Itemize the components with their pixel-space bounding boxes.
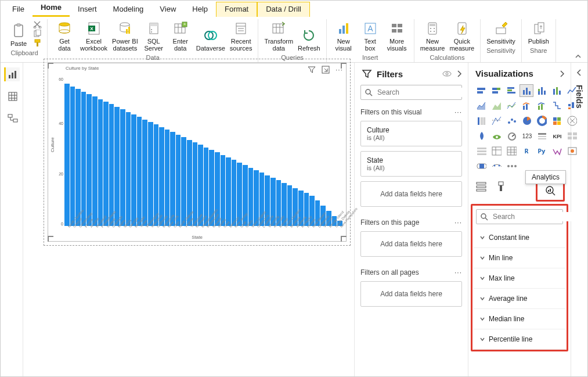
visual-type-button[interactable] — [535, 99, 549, 112]
visual-type-button[interactable] — [504, 145, 518, 157]
enter-data-button[interactable]: +Enter data — [167, 19, 194, 53]
sensitivity-button[interactable]: Sensitivity — [484, 19, 518, 46]
visual-type-button[interactable]: Py — [535, 145, 549, 157]
visual-type-button[interactable] — [565, 114, 579, 127]
menu-format[interactable]: Format — [216, 2, 257, 17]
report-view-button[interactable] — [4, 67, 20, 81]
visual-type-button[interactable] — [535, 114, 549, 127]
collapse-filters-icon[interactable] — [456, 70, 462, 78]
visual-type-button[interactable] — [504, 84, 518, 97]
data-view-button[interactable] — [4, 89, 20, 103]
filters-all-more-icon[interactable]: ··· — [454, 268, 462, 277]
visual-type-button[interactable] — [474, 145, 488, 157]
model-view-button[interactable] — [4, 112, 20, 125]
cut-icon[interactable] — [33, 20, 42, 28]
analytics-search-input[interactable] — [492, 212, 581, 221]
menu-insert[interactable]: Insert — [70, 2, 105, 17]
sql-server-button[interactable]: SQL Server — [140, 19, 167, 53]
ribbon-collapse-button[interactable] — [570, 51, 586, 62]
filter-card-state[interactable]: Stateis (All) — [360, 151, 462, 177]
menu-home[interactable]: Home — [33, 1, 70, 17]
format-painter-icon[interactable] — [33, 39, 42, 47]
pbi-datasets-button[interactable]: Power BI datasets — [110, 19, 140, 53]
visual-type-button[interactable]: KPI — [550, 130, 564, 142]
visual-type-button[interactable] — [535, 130, 549, 142]
expand-fields-icon[interactable] — [576, 69, 582, 77]
visual-type-button[interactable] — [474, 160, 488, 173]
show-hide-icon[interactable] — [442, 70, 452, 78]
analytics-tab-button[interactable] — [543, 184, 557, 198]
filters-visual-more-icon[interactable]: ··· — [454, 108, 462, 116]
fields-tab-button[interactable] — [474, 179, 488, 193]
visual-type-button[interactable] — [550, 99, 564, 112]
visual-type-button[interactable] — [489, 160, 503, 173]
analytics-item[interactable]: Average line — [474, 289, 565, 309]
menu-view[interactable]: View — [151, 2, 184, 17]
format-tab-button[interactable] — [494, 179, 508, 193]
menu-data-drill[interactable]: Data / Drill — [257, 2, 310, 17]
paste-button[interactable]: Paste — [5, 21, 32, 48]
visual-type-button[interactable] — [504, 99, 518, 112]
focus-mode-icon[interactable] — [322, 66, 330, 74]
visual-type-button[interactable] — [550, 145, 564, 157]
excel-button[interactable]: XExcel workbook — [78, 19, 110, 53]
visual-type-button[interactable] — [520, 84, 533, 97]
report-canvas[interactable]: Culture by State ··· 0204060 North Carol… — [23, 63, 354, 376]
filters-page-more-icon[interactable]: ··· — [454, 218, 462, 227]
new-visual-button[interactable]: New visual — [330, 19, 357, 53]
menu-file[interactable]: File — [4, 2, 33, 17]
dataverse-button[interactable]: Dataverse — [194, 26, 228, 53]
visual-type-button[interactable] — [504, 114, 518, 127]
visual-type-button[interactable] — [489, 99, 503, 112]
text-box-button[interactable]: AText box — [357, 19, 384, 53]
visual-type-button[interactable] — [535, 84, 549, 97]
analytics-search[interactable] — [476, 209, 563, 224]
refresh-button[interactable]: Refresh — [295, 26, 323, 53]
visual-type-button[interactable] — [504, 160, 518, 173]
analytics-item[interactable]: Constant line — [474, 228, 565, 248]
visual-type-button[interactable] — [489, 84, 503, 97]
new-measure-button[interactable]: New measure — [418, 19, 448, 53]
analytics-item[interactable]: Min line — [474, 248, 565, 268]
visual-type-button[interactable] — [550, 114, 564, 127]
publish-button[interactable]: Publish — [525, 19, 552, 46]
visual-filter-icon[interactable] — [308, 66, 316, 74]
visual-type-button[interactable] — [474, 114, 488, 127]
analytics-item[interactable]: Percentile line — [474, 329, 565, 350]
filter-card-culture[interactable]: Cultureis (All) — [360, 121, 462, 146]
filters-search[interactable] — [360, 85, 462, 100]
visual-type-button[interactable] — [550, 84, 564, 97]
visual-type-button[interactable] — [489, 130, 503, 142]
menu-help[interactable]: Help — [184, 2, 216, 17]
visual-type-button[interactable]: 123 — [520, 130, 533, 142]
more-visuals-button[interactable]: More visuals — [384, 19, 410, 53]
filters-search-input[interactable] — [376, 88, 466, 97]
visual-type-button[interactable] — [520, 114, 533, 127]
visual-type-button[interactable] — [474, 130, 488, 142]
visual-type-button[interactable] — [565, 130, 579, 142]
visual-type-button[interactable] — [565, 145, 579, 157]
visual-type-button[interactable] — [565, 99, 579, 112]
visual-type-button[interactable] — [474, 84, 488, 97]
visual-type-button[interactable] — [489, 114, 503, 127]
menu-modeling[interactable]: Modeling — [105, 2, 152, 17]
analytics-item[interactable]: Median line — [474, 309, 565, 329]
quick-measure-button[interactable]: Quick measure — [447, 19, 477, 53]
visual-type-button[interactable] — [489, 145, 503, 157]
get-data-button[interactable]: Get data — [51, 19, 78, 53]
visual-type-button[interactable] — [504, 130, 518, 142]
copy-icon[interactable] — [33, 30, 42, 38]
visual-type-button[interactable] — [474, 99, 488, 112]
filter-all-dropzone[interactable]: Add data fields here — [360, 281, 462, 307]
visual-type-button[interactable] — [520, 99, 533, 112]
filter-page-dropzone[interactable]: Add data fields here — [360, 231, 462, 257]
visual-more-icon[interactable]: ··· — [336, 66, 344, 74]
visual-type-button[interactable]: R — [520, 145, 533, 157]
visual-type-button[interactable] — [565, 84, 579, 97]
analytics-item[interactable]: Max line — [474, 268, 565, 289]
recent-sources-button[interactable]: Recent sources — [228, 19, 255, 53]
transform-data-button[interactable]: Transform data — [262, 19, 295, 53]
collapse-viz-icon[interactable] — [559, 70, 565, 78]
selected-visual[interactable]: Culture by State ··· 0204060 North Carol… — [48, 63, 347, 242]
filter-visual-dropzone[interactable]: Add data fields here — [360, 181, 462, 207]
